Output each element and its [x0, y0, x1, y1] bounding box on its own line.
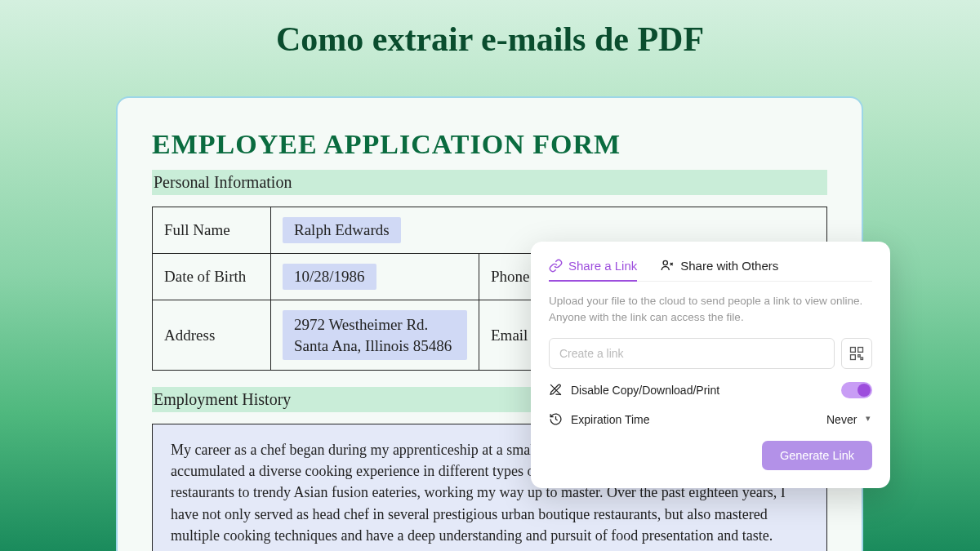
create-link-input[interactable]	[549, 338, 835, 369]
full-name-value: Ralph Edwards	[283, 217, 401, 243]
svg-line-6	[550, 384, 561, 395]
dob-value: 10/28/1986	[283, 264, 376, 290]
page-title: Como extrair e-mails de PDF	[0, 0, 980, 59]
link-icon	[549, 259, 563, 273]
address-line2: Santa Ana, Illinois 85486	[294, 337, 452, 354]
section-personal-info: Personal Information	[152, 170, 827, 195]
tab-share-others[interactable]: Share with Others	[660, 258, 778, 281]
share-popup: Share a Link Share with Others Upload yo…	[531, 242, 890, 488]
person-share-icon	[660, 258, 675, 273]
qr-code-button[interactable]	[841, 338, 872, 369]
no-edit-icon	[549, 383, 563, 397]
tab-share-link-label: Share a Link	[568, 259, 637, 273]
address-cell: 2972 Westheimer Rd. Santa Ana, Illinois …	[271, 300, 479, 371]
svg-point-0	[663, 260, 667, 264]
svg-rect-5	[861, 358, 863, 360]
link-input-row	[549, 338, 872, 369]
share-tabs: Share a Link Share with Others	[549, 258, 872, 282]
address-label: Address	[153, 300, 271, 371]
svg-rect-3	[851, 354, 856, 359]
expiration-select[interactable]: Never	[822, 410, 872, 429]
clock-history-icon	[549, 412, 563, 426]
full-name-label: Full Name	[153, 207, 271, 254]
share-description: Upload your file to the cloud to send pe…	[549, 293, 872, 327]
tab-share-others-label: Share with Others	[680, 259, 778, 273]
dob-cell: 10/28/1986	[271, 254, 479, 300]
generate-link-button[interactable]: Generate Link	[762, 441, 872, 470]
svg-rect-1	[851, 347, 856, 352]
address-value: 2972 Westheimer Rd. Santa Ana, Illinois …	[283, 310, 467, 360]
expiration-label: Expiration Time	[571, 413, 649, 426]
qr-code-icon	[849, 345, 865, 362]
form-heading: EMPLOYEE APPLICATION FORM	[152, 129, 827, 160]
disable-copy-toggle[interactable]	[841, 382, 872, 398]
tab-share-link[interactable]: Share a Link	[549, 258, 637, 281]
disable-copy-label: Disable Copy/Download/Print	[571, 384, 719, 397]
disable-copy-row: Disable Copy/Download/Print	[549, 382, 872, 398]
svg-rect-4	[858, 354, 861, 357]
expiration-row: Expiration Time Never	[549, 410, 872, 429]
dob-label: Date of Birth	[153, 254, 271, 300]
svg-rect-2	[858, 347, 863, 352]
address-line1: 2972 Westheimer Rd.	[294, 316, 428, 333]
